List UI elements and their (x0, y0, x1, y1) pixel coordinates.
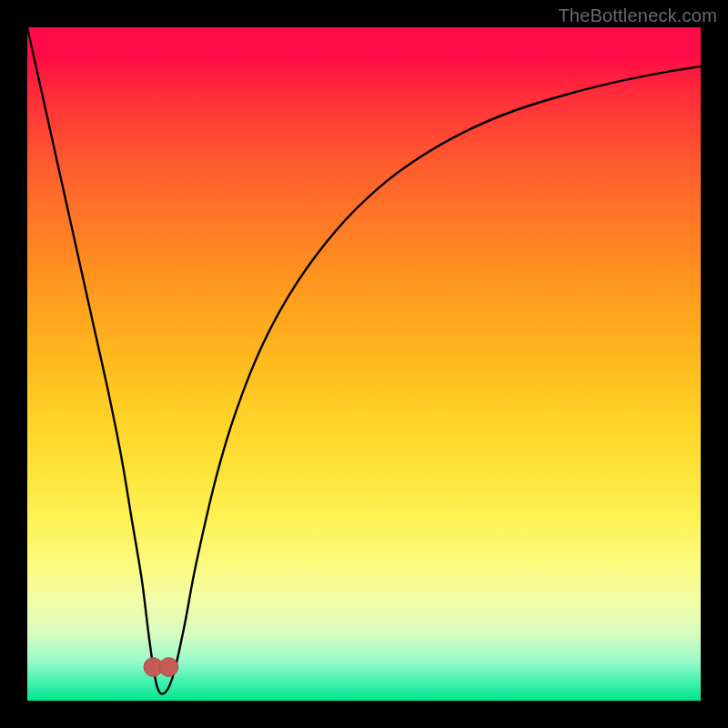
watermark-text: TheBottleneck.com (558, 5, 717, 26)
bottleneck-curve (27, 27, 701, 694)
curve-layer (27, 27, 701, 701)
minimum-markers (144, 658, 178, 677)
chart-frame: TheBottleneck.com (0, 0, 728, 728)
plot-area (27, 27, 701, 701)
minimum-marker (159, 658, 178, 677)
